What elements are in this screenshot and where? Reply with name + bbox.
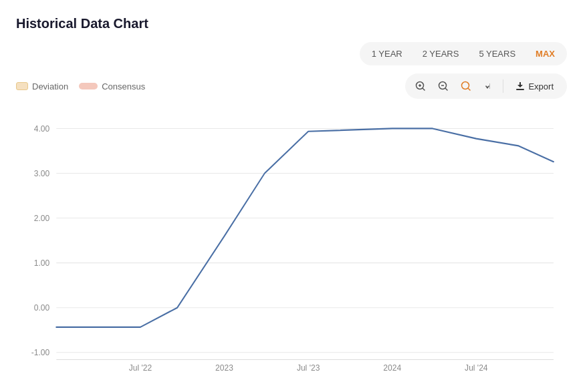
export-icon — [515, 81, 525, 91]
svg-text:Jul '24: Jul '24 — [465, 363, 487, 373]
svg-text:3.00: 3.00 — [34, 168, 49, 178]
legend-item-deviation: Deviation — [16, 81, 68, 91]
time-btn-2years[interactable]: 2 YEARS — [413, 45, 469, 63]
svg-line-3 — [423, 88, 425, 91]
svg-line-8 — [468, 88, 471, 91]
deviation-swatch — [16, 82, 28, 90]
magnify-icon — [461, 81, 471, 91]
line-chart: 4.00 3.00 2.00 1.00 0.00 -1.00 Jul '22 2… — [16, 107, 567, 381]
deviation-label: Deviation — [32, 81, 68, 91]
svg-rect-10 — [516, 89, 524, 90]
svg-text:2024: 2024 — [383, 363, 401, 373]
time-btn-5years[interactable]: 5 YEARS — [469, 45, 525, 63]
svg-text:4.00: 4.00 — [34, 124, 49, 134]
magnify-button[interactable] — [456, 76, 476, 96]
export-button[interactable]: Export — [507, 78, 562, 95]
svg-text:0.00: 0.00 — [34, 303, 49, 313]
svg-point-7 — [462, 82, 469, 89]
chart-legend: Deviation Consensus — [16, 81, 145, 91]
export-label: Export — [528, 81, 554, 91]
legend-toolbar-row: Deviation Consensus — [16, 73, 567, 99]
svg-text:-1.00: -1.00 — [31, 348, 49, 358]
consensus-label: Consensus — [102, 81, 145, 91]
pan-icon — [483, 81, 494, 91]
svg-text:1.00: 1.00 — [34, 258, 49, 268]
time-btn-max[interactable]: MAX — [526, 45, 564, 63]
svg-text:2.00: 2.00 — [34, 213, 49, 223]
zoom-in-button[interactable] — [411, 76, 431, 96]
svg-text:Jul '22: Jul '22 — [129, 363, 152, 373]
svg-text:Jul '23: Jul '23 — [297, 363, 320, 373]
time-range-selector: 1 YEAR 2 YEARS 5 YEARS MAX — [360, 42, 567, 65]
zoom-out-button[interactable] — [433, 76, 453, 96]
zoom-in-icon — [415, 81, 426, 91]
time-btn-1year[interactable]: 1 YEAR — [362, 45, 412, 63]
svg-text:2023: 2023 — [215, 363, 233, 373]
main-container: Historical Data Chart 1 YEAR 2 YEARS 5 Y… — [0, 0, 583, 392]
legend-item-consensus: Consensus — [79, 81, 145, 91]
pan-button[interactable] — [479, 76, 499, 96]
zoom-out-icon — [438, 81, 449, 91]
page-title: Historical Data Chart — [16, 16, 567, 31]
chart-toolbar: Export — [405, 73, 567, 99]
chart-area: 4.00 3.00 2.00 1.00 0.00 -1.00 Jul '22 2… — [16, 107, 567, 381]
svg-line-6 — [445, 88, 448, 91]
toolbar-divider — [503, 79, 503, 93]
svg-rect-9 — [489, 83, 490, 89]
controls-row: 1 YEAR 2 YEARS 5 YEARS MAX — [16, 42, 567, 65]
consensus-swatch — [79, 83, 98, 89]
